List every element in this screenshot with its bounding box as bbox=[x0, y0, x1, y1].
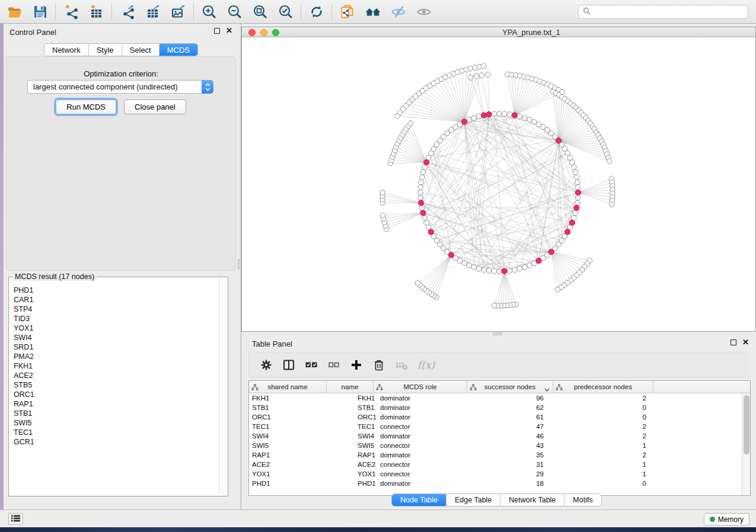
deselect-all-button[interactable] bbox=[327, 358, 340, 371]
close-window-icon[interactable] bbox=[248, 29, 256, 36]
table-tab-node-table[interactable]: Node Table bbox=[392, 494, 446, 506]
mcds-result-node[interactable]: PMA2 bbox=[14, 352, 218, 361]
float-panel-icon[interactable] bbox=[731, 339, 736, 345]
delete-columns-button[interactable] bbox=[372, 358, 385, 371]
criterion-dropdown[interactable]: largest connected component (undirected) bbox=[27, 80, 213, 94]
mcds-result-node[interactable]: SWI4 bbox=[14, 333, 218, 342]
mcds-result-node[interactable]: TEC1 bbox=[14, 428, 218, 437]
column-header-predecessor-nodes[interactable]: predecessor nodes bbox=[553, 381, 653, 393]
open-file-button[interactable] bbox=[2, 2, 27, 22]
table-row[interactable]: STB1STB1dominator620 bbox=[249, 403, 750, 412]
table-row[interactable]: SWI5SWI5connector431 bbox=[249, 441, 750, 450]
add-column-button[interactable] bbox=[350, 358, 363, 371]
search-box[interactable] bbox=[578, 5, 748, 19]
dropdown-stepper-icon bbox=[202, 80, 213, 94]
memory-status-icon bbox=[710, 517, 715, 522]
memory-button[interactable]: Memory bbox=[704, 513, 749, 525]
mcds-result-node[interactable]: GCR1 bbox=[14, 437, 218, 447]
export-network-button[interactable] bbox=[114, 2, 140, 22]
mcds-result-node[interactable]: ACE2 bbox=[14, 371, 218, 380]
float-panel-icon[interactable] bbox=[214, 28, 220, 34]
column-header-successor-nodes[interactable]: successor nodes bbox=[467, 381, 553, 393]
deselect-all-icon bbox=[327, 358, 340, 371]
search-input[interactable] bbox=[594, 8, 744, 17]
copy-style-button[interactable] bbox=[334, 2, 360, 22]
table-panel: Table Panel ✕ f(x) shared namenameMCDS r… bbox=[241, 335, 756, 509]
save-session-button[interactable] bbox=[27, 2, 53, 22]
cell-mcds-role: dominator bbox=[374, 412, 467, 422]
table-body: FKH1FKH1dominator962STB1STB1dominator620… bbox=[249, 393, 750, 488]
tab-network[interactable]: Network bbox=[44, 44, 88, 56]
cell-predecessor-nodes: 2 bbox=[553, 393, 653, 403]
first-neighbors-button[interactable] bbox=[360, 2, 385, 22]
mcds-result-node[interactable]: TID3 bbox=[14, 314, 218, 323]
cell-mcds-role: dominator bbox=[374, 431, 467, 441]
table-row[interactable]: SWI4SWI4dominator462 bbox=[249, 431, 750, 441]
tab-select[interactable]: Select bbox=[122, 44, 159, 56]
export-network-icon bbox=[120, 4, 135, 20]
optimization-criterion-label: Optimization criterion: bbox=[7, 69, 235, 78]
task-history-button[interactable] bbox=[8, 513, 23, 525]
column-header-name[interactable]: name bbox=[327, 381, 374, 393]
scrollbar-thumb[interactable] bbox=[744, 395, 749, 454]
settings-gear-button[interactable] bbox=[260, 358, 273, 371]
zoom-out-button[interactable] bbox=[222, 2, 247, 22]
mcds-result-node[interactable]: SWI5 bbox=[14, 418, 218, 428]
export-table-button[interactable] bbox=[140, 2, 165, 22]
mcds-result-node[interactable]: STB5 bbox=[14, 380, 218, 390]
mcds-result-node[interactable]: ORC1 bbox=[14, 390, 218, 399]
table-scrollbar[interactable] bbox=[742, 393, 750, 495]
table-row[interactable]: ORC1ORC1dominator610 bbox=[249, 412, 750, 422]
mcds-result-node[interactable]: SRD1 bbox=[14, 342, 218, 352]
table-tab-network-table[interactable]: Network Table bbox=[500, 494, 564, 506]
result-list-scrollbar[interactable] bbox=[219, 278, 227, 495]
cell-shared-name: STB1 bbox=[249, 403, 327, 412]
table-row[interactable]: YOX1YOX1connector291 bbox=[249, 469, 750, 479]
table-row[interactable]: PHD1PHD1dominator180 bbox=[249, 479, 750, 488]
close-panel-icon[interactable]: ✕ bbox=[742, 339, 749, 345]
hide-selected-button[interactable] bbox=[385, 2, 411, 22]
zoom-fit-button[interactable] bbox=[247, 2, 273, 22]
minimize-window-icon[interactable] bbox=[260, 29, 267, 36]
table-tab-motifs[interactable]: Motifs bbox=[564, 494, 601, 506]
close-panel-icon[interactable]: ✕ bbox=[226, 28, 232, 34]
column-header-shared-name[interactable]: shared name bbox=[249, 381, 327, 393]
table-row[interactable]: TEC1TEC1connector472 bbox=[249, 422, 750, 431]
show-all-button[interactable] bbox=[411, 2, 436, 22]
delete-table-button bbox=[395, 358, 408, 371]
mcds-result-node[interactable]: FKH1 bbox=[14, 361, 218, 371]
close-panel-button[interactable]: Close panel bbox=[124, 100, 186, 114]
mcds-result-node[interactable]: STP4 bbox=[14, 305, 218, 314]
refresh-button[interactable] bbox=[304, 2, 329, 22]
table-row[interactable]: FKH1FKH1dominator962 bbox=[249, 393, 750, 403]
select-all-button[interactable] bbox=[305, 358, 318, 371]
table-row[interactable]: ACE2ACE2connector311 bbox=[249, 460, 750, 469]
network-canvas[interactable] bbox=[242, 37, 755, 331]
mcds-result-node[interactable]: YOX1 bbox=[14, 323, 218, 333]
mcds-result-node[interactable]: PHD1 bbox=[14, 286, 218, 295]
delete-table-icon bbox=[395, 358, 408, 371]
import-table-button[interactable] bbox=[84, 2, 109, 22]
mcds-result-node[interactable]: STB1 bbox=[14, 409, 218, 418]
table-row[interactable]: RAP1RAP1dominator352 bbox=[249, 450, 750, 460]
mcds-result-list[interactable]: PHD1CAR1STP4TID3YOX1SWI4SRD1PMA2FKH1ACE2… bbox=[10, 278, 218, 495]
zoom-selected-button[interactable] bbox=[273, 2, 298, 22]
table-tab-edge-table[interactable]: Edge Table bbox=[446, 494, 500, 506]
tab-style[interactable]: Style bbox=[88, 44, 122, 56]
maximize-window-icon[interactable] bbox=[272, 29, 279, 36]
export-image-button[interactable] bbox=[165, 2, 191, 22]
zoom-in-button[interactable] bbox=[196, 2, 222, 22]
cell-shared-name: SWI5 bbox=[249, 441, 327, 450]
show-columns-button[interactable] bbox=[282, 358, 295, 371]
mcds-result-node[interactable]: RAP1 bbox=[14, 399, 218, 409]
table-column-icon bbox=[251, 384, 259, 392]
mcds-result-node[interactable]: CAR1 bbox=[14, 295, 218, 305]
run-mcds-button[interactable]: Run MCDS bbox=[56, 100, 116, 114]
tab-mcds[interactable]: MCDS bbox=[159, 44, 197, 56]
cell-name: ORC1 bbox=[327, 412, 374, 422]
network-window-titlebar[interactable]: YPA_prune.txt_1 bbox=[242, 27, 755, 37]
export-image-icon bbox=[171, 4, 186, 20]
sort-chevron-icon[interactable] bbox=[544, 386, 550, 393]
column-header-mcds-role[interactable]: MCDS role bbox=[374, 381, 467, 393]
import-network-button[interactable] bbox=[58, 2, 84, 22]
